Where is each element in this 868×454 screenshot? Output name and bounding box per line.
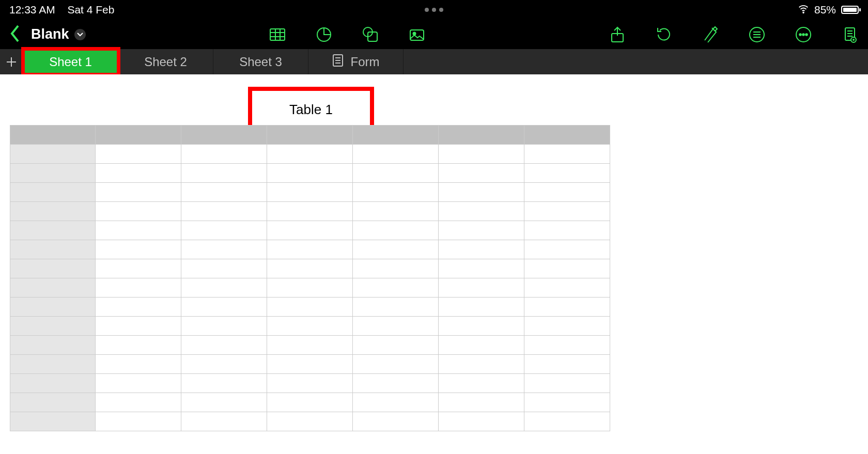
row-header[interactable] [10, 355, 96, 374]
cell[interactable] [524, 393, 610, 412]
cell[interactable] [524, 240, 610, 259]
cell[interactable] [353, 278, 439, 298]
media-icon[interactable] [408, 26, 426, 43]
sheet-tab-3[interactable]: Sheet 3 [213, 49, 308, 74]
cell[interactable] [181, 259, 267, 278]
cell[interactable] [353, 183, 439, 202]
cell[interactable] [181, 355, 267, 374]
cell[interactable] [96, 336, 181, 355]
cell[interactable] [96, 278, 181, 298]
table-row[interactable] [10, 259, 610, 278]
cell[interactable] [96, 374, 181, 393]
spreadsheet-table[interactable] [10, 125, 610, 431]
cell[interactable] [181, 183, 267, 202]
table-row[interactable] [10, 412, 610, 431]
multitask-dots[interactable] [425, 8, 443, 12]
cell[interactable] [96, 259, 181, 278]
cell[interactable] [267, 145, 353, 164]
table-row[interactable] [10, 336, 610, 355]
cell[interactable] [267, 221, 353, 240]
cell[interactable] [96, 145, 181, 164]
cell[interactable] [267, 393, 353, 412]
cell[interactable] [524, 145, 610, 164]
column-header[interactable] [181, 126, 267, 145]
cell[interactable] [267, 240, 353, 259]
cell[interactable] [181, 202, 267, 221]
column-header[interactable] [524, 126, 610, 145]
add-sheet-button[interactable] [0, 49, 23, 74]
cell[interactable] [353, 202, 439, 221]
cell[interactable] [439, 355, 524, 374]
cell[interactable] [96, 412, 181, 431]
table-row[interactable] [10, 221, 610, 240]
cell[interactable] [439, 317, 524, 336]
cell[interactable] [267, 183, 353, 202]
row-header[interactable] [10, 202, 96, 221]
back-button[interactable] [9, 24, 22, 45]
cell[interactable] [439, 183, 524, 202]
table-row[interactable] [10, 298, 610, 317]
column-header[interactable] [439, 126, 524, 145]
chart-icon[interactable] [315, 26, 333, 43]
cell[interactable] [439, 278, 524, 298]
chevron-down-icon[interactable] [74, 29, 86, 40]
table-icon[interactable] [269, 26, 286, 43]
cell[interactable] [96, 221, 181, 240]
table-row[interactable] [10, 278, 610, 298]
cell[interactable] [96, 183, 181, 202]
cell[interactable] [353, 221, 439, 240]
cell[interactable] [524, 298, 610, 317]
table-row[interactable] [10, 355, 610, 374]
cell[interactable] [353, 412, 439, 431]
cell[interactable] [439, 374, 524, 393]
sheet-tab-1[interactable]: Sheet 1 [23, 49, 118, 74]
table-row[interactable] [10, 240, 610, 259]
cell[interactable] [353, 317, 439, 336]
cell[interactable] [524, 202, 610, 221]
table-row[interactable] [10, 145, 610, 164]
row-header[interactable] [10, 240, 96, 259]
column-header[interactable] [267, 126, 353, 145]
cell[interactable] [353, 164, 439, 183]
cell[interactable] [267, 202, 353, 221]
row-header[interactable] [10, 183, 96, 202]
cell[interactable] [524, 412, 610, 431]
cell[interactable] [439, 259, 524, 278]
corner-cell[interactable] [10, 126, 96, 145]
table-row[interactable] [10, 202, 610, 221]
row-header[interactable] [10, 259, 96, 278]
cell[interactable] [353, 374, 439, 393]
row-header[interactable] [10, 393, 96, 412]
table-row[interactable] [10, 183, 610, 202]
cell[interactable] [96, 240, 181, 259]
cell[interactable] [181, 240, 267, 259]
row-header[interactable] [10, 374, 96, 393]
cell[interactable] [96, 355, 181, 374]
cell[interactable] [524, 259, 610, 278]
spreadsheet-canvas[interactable]: Table 1 [0, 74, 868, 454]
row-header[interactable] [10, 278, 96, 298]
share-icon[interactable] [609, 26, 626, 43]
cell[interactable] [524, 374, 610, 393]
cell[interactable] [181, 393, 267, 412]
cell[interactable] [267, 336, 353, 355]
table-title[interactable]: Table 1 [252, 91, 370, 129]
table-row[interactable] [10, 164, 610, 183]
row-header[interactable] [10, 336, 96, 355]
cell[interactable] [96, 393, 181, 412]
cell[interactable] [181, 298, 267, 317]
cell[interactable] [439, 145, 524, 164]
cell[interactable] [524, 164, 610, 183]
row-header[interactable] [10, 412, 96, 431]
cell[interactable] [96, 164, 181, 183]
sheet-tab-2[interactable]: Sheet 2 [118, 49, 213, 74]
cell[interactable] [439, 240, 524, 259]
cell[interactable] [96, 317, 181, 336]
cell[interactable] [181, 336, 267, 355]
row-header[interactable] [10, 164, 96, 183]
form-tab[interactable]: Form [308, 49, 404, 74]
cell[interactable] [181, 317, 267, 336]
cell[interactable] [524, 278, 610, 298]
row-header[interactable] [10, 317, 96, 336]
column-header[interactable] [353, 126, 439, 145]
